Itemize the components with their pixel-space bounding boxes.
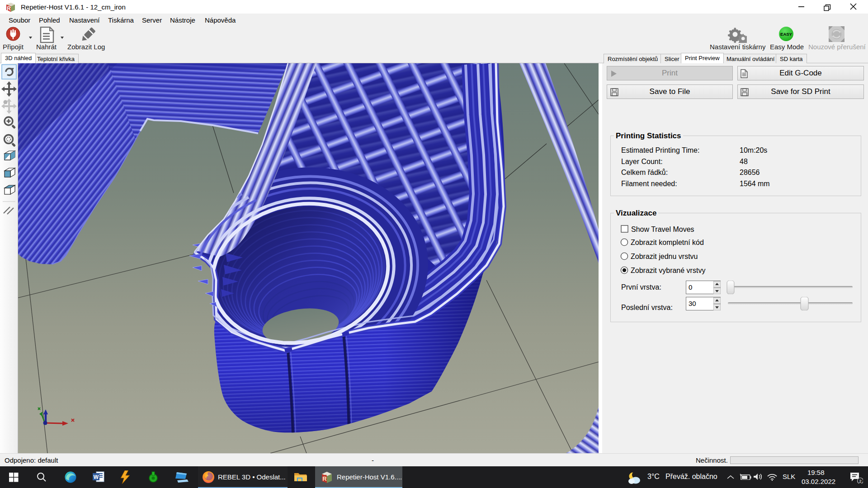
svg-text:EASY: EASY (780, 32, 793, 37)
svg-text:R: R (7, 5, 11, 12)
svg-text:W: W (94, 474, 99, 480)
svg-text:2: 2 (859, 479, 861, 483)
svg-text:R: R (322, 475, 327, 482)
